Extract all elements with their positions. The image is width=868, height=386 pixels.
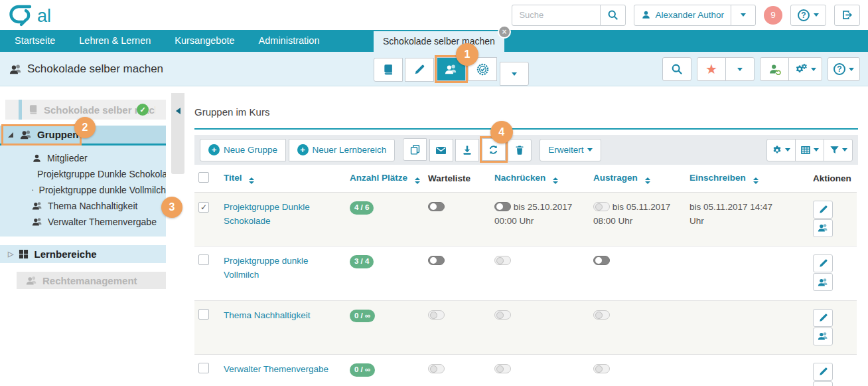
select-all-checkbox[interactable] bbox=[198, 172, 209, 183]
austragen-toggle[interactable] bbox=[593, 364, 610, 373]
column-header-einschreiben[interactable]: Einschreiben bbox=[686, 165, 809, 193]
table-settings-button[interactable] bbox=[766, 139, 796, 161]
sidebar-item-course-root[interactable]: Schokolade selber machen ✓ bbox=[5, 100, 166, 120]
delete-button[interactable] bbox=[508, 139, 532, 161]
course-search-button[interactable] bbox=[662, 57, 691, 81]
notification-badge[interactable]: 9 bbox=[764, 6, 782, 25]
close-icon[interactable]: × bbox=[498, 25, 511, 39]
sidebar-item-gruppen[interactable]: 2 Gruppen bbox=[0, 126, 166, 145]
nav-item-kursangebote[interactable]: Kursangebote bbox=[163, 30, 246, 52]
sidebar-item-mitglieder[interactable]: Mitglieder bbox=[0, 150, 166, 166]
course-view-button[interactable] bbox=[374, 58, 403, 82]
opal-logo[interactable]: al bbox=[8, 3, 69, 27]
copy-button[interactable] bbox=[403, 138, 427, 161]
warteliste-toggle[interactable] bbox=[428, 310, 445, 320]
chevron-down-icon bbox=[741, 13, 746, 17]
help-menu-button[interactable]: ? bbox=[790, 5, 826, 26]
austragen-toggle[interactable] bbox=[593, 256, 610, 265]
column-header-austragen[interactable]: Austragen bbox=[589, 165, 686, 193]
manage-members-button[interactable] bbox=[813, 219, 833, 237]
column-header-nachrucken[interactable]: Nachrücken bbox=[490, 165, 589, 193]
pencil-icon bbox=[413, 64, 425, 76]
group-title-link[interactable]: Projektgruppe Dunkle Schokolade bbox=[224, 202, 310, 226]
sort-icon[interactable] bbox=[249, 177, 254, 184]
column-header-anzahl-platze[interactable]: Anzahl Plätze bbox=[346, 165, 424, 193]
extended-menu-button[interactable]: Erweitert bbox=[540, 139, 601, 161]
austragen-toggle[interactable] bbox=[593, 310, 610, 320]
bookmark-button[interactable]: ★ bbox=[697, 57, 726, 81]
column-header-aktionen: Aktionen bbox=[809, 165, 857, 193]
actions-cell bbox=[809, 355, 857, 386]
user-menu-button[interactable]: Alexander Author bbox=[634, 5, 731, 26]
row-checkbox[interactable] bbox=[198, 309, 209, 320]
search-button[interactable] bbox=[600, 5, 626, 26]
logout-button[interactable] bbox=[834, 5, 860, 26]
warteliste-toggle[interactable] bbox=[428, 256, 445, 265]
nav-item-lehren-lernen[interactable]: Lehren & Lernen bbox=[67, 30, 163, 52]
user-menu-caret[interactable] bbox=[731, 5, 756, 26]
group-title-link[interactable]: Verwalter Themenvergabe bbox=[224, 364, 328, 374]
nachruecken-toggle[interactable] bbox=[494, 256, 511, 265]
tree-collapsed-icon[interactable]: ▷ bbox=[8, 250, 13, 258]
sort-icon[interactable] bbox=[753, 177, 759, 184]
course-members-button[interactable]: 1 bbox=[437, 57, 466, 81]
manage-members-button[interactable] bbox=[813, 273, 833, 291]
row-checkbox[interactable] bbox=[198, 363, 209, 373]
course-assessment-button[interactable] bbox=[468, 57, 497, 81]
warteliste-toggle[interactable] bbox=[428, 202, 445, 211]
warteliste-toggle[interactable] bbox=[428, 364, 445, 373]
tab-schokolade-selber-machen[interactable]: Schokolade selber machen × bbox=[374, 31, 504, 52]
nachruecken-toggle[interactable] bbox=[494, 310, 511, 320]
course-settings-button[interactable] bbox=[788, 57, 822, 81]
check-circle-icon: ✓ bbox=[137, 104, 149, 116]
group-title-link[interactable]: Thema Nachhaltigkeit bbox=[224, 310, 311, 320]
mail-button[interactable] bbox=[429, 139, 453, 161]
sidebar-item-rechtemanagement: Rechtemanagement bbox=[17, 272, 166, 289]
table-columns-button[interactable] bbox=[795, 139, 824, 161]
new-group-button[interactable]: + Neue Gruppe bbox=[200, 139, 286, 161]
tree-expanded-icon[interactable] bbox=[8, 132, 13, 138]
sidebar-item-projektgruppe-dunkle-vollmilch[interactable]: Projektgruppe dunkle Vollmilch bbox=[0, 182, 166, 198]
sidebar-item-verwalter-themenvergabe[interactable]: Verwalter Themenvergabe bbox=[0, 214, 166, 230]
course-toolbar-more-button[interactable] bbox=[500, 62, 529, 86]
nav-item-administration[interactable]: Administration bbox=[247, 30, 332, 52]
sort-icon[interactable] bbox=[415, 177, 420, 184]
nachruecken-toggle[interactable] bbox=[494, 364, 511, 373]
table-filter-button[interactable] bbox=[824, 139, 853, 161]
membership-button[interactable] bbox=[760, 57, 789, 81]
sidebar-item-thema-nachhaltigkeit[interactable]: Thema Nachhaltigkeit bbox=[0, 198, 166, 214]
sidebar-item-projektgruppe-dunkle-schokolade[interactable]: Projektgruppe Dunkle Schokolade bbox=[0, 166, 166, 182]
help-icon: ? bbox=[798, 9, 810, 21]
download-button[interactable] bbox=[455, 139, 479, 161]
manage-members-button[interactable] bbox=[813, 381, 833, 386]
row-checkbox[interactable] bbox=[198, 254, 209, 265]
austragen-toggle[interactable] bbox=[593, 202, 610, 211]
group-title-link[interactable]: Projektgruppe dunkle Vollmilch bbox=[224, 256, 309, 280]
sort-icon[interactable] bbox=[645, 177, 650, 184]
course-help-button[interactable]: ? bbox=[828, 57, 860, 81]
column-header-titel[interactable]: Titel bbox=[220, 165, 346, 193]
refresh-button[interactable]: 4 bbox=[482, 138, 506, 161]
manage-members-button[interactable] bbox=[813, 328, 833, 345]
edit-group-button[interactable] bbox=[813, 201, 833, 219]
help-icon: ? bbox=[833, 63, 845, 75]
plus-circle-icon: + bbox=[208, 144, 220, 155]
edit-group-button[interactable] bbox=[813, 309, 833, 327]
new-learning-area-button[interactable]: + Neuer Lernbereich bbox=[289, 139, 396, 161]
nav-item-startseite[interactable]: Startseite bbox=[3, 30, 67, 52]
sort-icon[interactable] bbox=[553, 177, 558, 184]
bookmark-caret[interactable] bbox=[725, 57, 755, 81]
quality-seal-icon bbox=[476, 63, 489, 76]
edit-group-button[interactable] bbox=[813, 363, 833, 381]
search-input[interactable] bbox=[512, 5, 601, 26]
table-row: Verwalter Themenvergabe0 / ∞ bbox=[194, 355, 857, 386]
course-header-actions: ★ ? bbox=[662, 57, 860, 81]
row-checkbox[interactable]: ✓ bbox=[198, 202, 209, 213]
gear-icon bbox=[772, 145, 782, 155]
edit-group-button[interactable] bbox=[813, 254, 833, 272]
sidebar-item-lernbereiche[interactable]: ▷ Lernbereiche bbox=[0, 245, 166, 263]
nachruecken-toggle[interactable] bbox=[494, 202, 511, 211]
course-edit-button[interactable] bbox=[405, 58, 434, 82]
topbar: al Alexander Author 9 ? bbox=[0, 0, 868, 30]
sidebar-collapse-handle[interactable] bbox=[171, 93, 184, 174]
